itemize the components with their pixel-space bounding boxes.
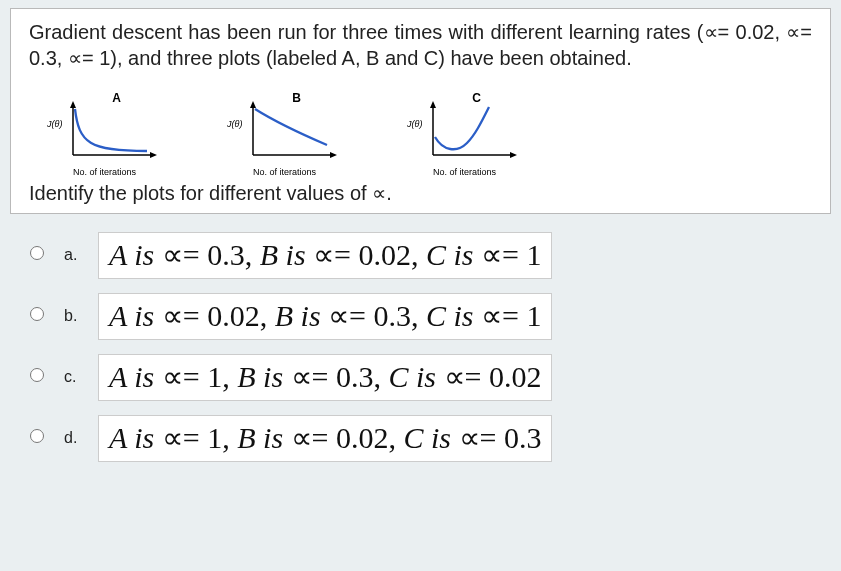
svg-marker-7: [330, 152, 337, 158]
option-b-answer: A is ∝= 0.02, B is ∝= 0.3, C is ∝= 1: [98, 293, 552, 340]
plot-C-xlabel: No. of iterations: [433, 167, 496, 177]
option-a-C-prefix: C is: [426, 238, 481, 271]
option-d-A-prefix: A is: [109, 421, 162, 454]
option-a-label: a.: [64, 232, 98, 264]
plots-row: A J(θ) No. of iterations B J(θ) No. of i…: [49, 93, 812, 173]
option-d-C-prefix: C is: [403, 421, 458, 454]
option-b-C-val: ∝= 1: [481, 299, 541, 332]
plot-A-title: A: [112, 91, 121, 105]
option-d-answer: A is ∝= 1, B is ∝= 0.02, C is ∝= 0.3: [98, 415, 552, 462]
question-card: Gradient descent has been run for three …: [10, 8, 831, 214]
option-c-answer: A is ∝= 1, B is ∝= 0.3, C is ∝= 0.02: [98, 354, 552, 401]
svg-marker-3: [150, 152, 157, 158]
option-c-B-prefix: B is: [237, 360, 290, 393]
plot-A: A J(θ) No. of iterations: [49, 93, 179, 173]
option-c-C-prefix: C is: [388, 360, 443, 393]
option-b-row: b. A is ∝= 0.02, B is ∝= 0.3, C is ∝= 1: [30, 293, 831, 340]
option-c-C-val: ∝= 0.02: [444, 360, 542, 393]
option-c-B-val: ∝= 0.3,: [291, 360, 389, 393]
svg-marker-5: [250, 101, 256, 108]
plot-C-ylabel: J(θ): [407, 119, 422, 129]
option-d-C-val: ∝= 0.3: [459, 421, 542, 454]
plot-C-svg: [409, 93, 539, 173]
plot-B-xlabel: No. of iterations: [253, 167, 316, 177]
option-b-B-val: ∝= 0.3,: [328, 299, 426, 332]
question-text: Gradient descent has been run for three …: [29, 19, 812, 71]
plot-B-svg: [229, 93, 359, 173]
option-d-B-prefix: B is: [237, 421, 290, 454]
plot-B-ylabel: J(θ): [227, 119, 242, 129]
option-b-radio[interactable]: [30, 307, 44, 321]
option-a-C-val: ∝= 1: [481, 238, 541, 271]
plot-B-title: B: [292, 91, 301, 105]
option-b-A-prefix: A is: [109, 299, 162, 332]
option-a-answer: A is ∝= 0.3, B is ∝= 0.02, C is ∝= 1: [98, 232, 552, 279]
option-b-label: b.: [64, 293, 98, 325]
option-c-A-val: ∝= 1,: [162, 360, 237, 393]
option-d-row: d. A is ∝= 1, B is ∝= 0.02, C is ∝= 0.3: [30, 415, 831, 462]
svg-marker-9: [430, 101, 436, 108]
option-c-radio[interactable]: [30, 368, 44, 382]
option-c-label: c.: [64, 354, 98, 386]
option-a-radio[interactable]: [30, 246, 44, 260]
option-a-B-val: ∝= 0.02,: [313, 238, 426, 271]
option-d-A-val: ∝= 1,: [162, 421, 237, 454]
plot-B: B J(θ) No. of iterations: [229, 93, 359, 173]
plot-A-ylabel: J(θ): [47, 119, 62, 129]
option-a-A-val: ∝= 0.3,: [162, 238, 260, 271]
plot-C: C J(θ) No. of iterations: [409, 93, 539, 173]
options-list: a. A is ∝= 0.3, B is ∝= 0.02, C is ∝= 1 …: [30, 232, 831, 462]
plot-C-title: C: [472, 91, 481, 105]
option-a-A-prefix: A is: [109, 238, 162, 271]
option-d-B-val: ∝= 0.02,: [291, 421, 404, 454]
svg-marker-11: [510, 152, 517, 158]
option-b-A-val: ∝= 0.02,: [162, 299, 275, 332]
option-c-A-prefix: A is: [109, 360, 162, 393]
option-c-row: c. A is ∝= 1, B is ∝= 0.3, C is ∝= 0.02: [30, 354, 831, 401]
plot-A-svg: [49, 93, 179, 173]
option-a-row: a. A is ∝= 0.3, B is ∝= 0.02, C is ∝= 1: [30, 232, 831, 279]
option-d-label: d.: [64, 415, 98, 447]
svg-marker-1: [70, 101, 76, 108]
option-b-B-prefix: B is: [275, 299, 328, 332]
option-d-radio[interactable]: [30, 429, 44, 443]
plot-A-xlabel: No. of iterations: [73, 167, 136, 177]
option-a-B-prefix: B is: [260, 238, 313, 271]
option-b-C-prefix: C is: [426, 299, 481, 332]
question-ask: Identify the plots for different values …: [29, 181, 812, 205]
